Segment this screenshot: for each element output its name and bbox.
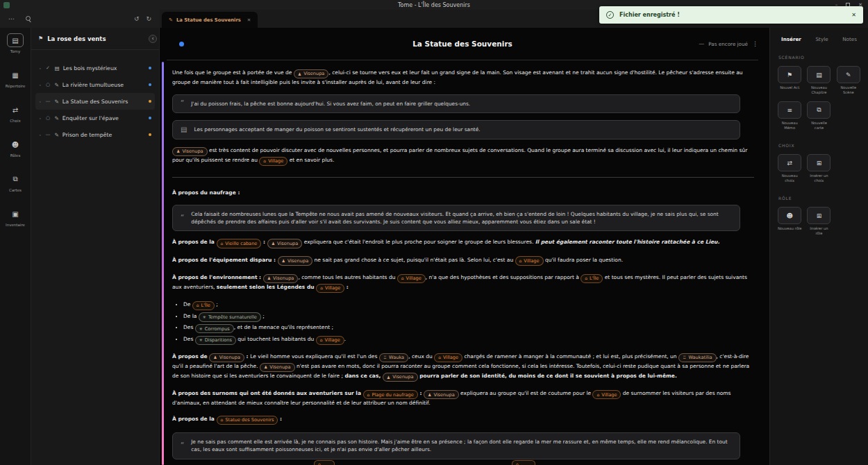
location-chip[interactable]: ⌂Village	[259, 157, 287, 166]
location-chip[interactable]: ⌂Village	[316, 284, 344, 293]
character-chip[interactable]: ♟Visenupa	[209, 353, 244, 362]
list-item[interactable]: •—✎Prison de tempête	[35, 126, 155, 143]
location-chip[interactable]: ⌂Village	[515, 256, 544, 265]
document-tab[interactable]: ✎ La Statue des Souvenirs ✕	[162, 12, 258, 28]
faction-chip[interactable]: ♖Waukatilia	[678, 353, 717, 362]
chip-label: Village	[524, 257, 539, 264]
character-chip[interactable]: ♟Visenupa	[424, 390, 459, 399]
character-chip[interactable]: ♟Visenupa	[263, 274, 299, 283]
location-chip[interactable]: ⌂L'Île	[192, 301, 215, 310]
paragraph[interactable]: À propos des surnoms qui ont été donnés …	[172, 389, 754, 407]
list-item[interactable]: •—✎La Statue des Souvenirs	[35, 93, 155, 110]
rail-item-label: Tomy	[10, 49, 20, 53]
panel-button[interactable]: ⊞Insérer un rôle	[806, 207, 831, 236]
location-chip[interactable]: ⌂Village	[316, 336, 344, 345]
text-run: chargés de ramener à manger à la communa…	[462, 353, 678, 360]
text-run: , ceux du	[408, 353, 434, 360]
color-dot	[149, 117, 151, 119]
legend-chip[interactable]: ✳Corrompus	[195, 324, 234, 333]
paragraph[interactable]: À propos de la ⌂Vieille cabane : ♟Visenu…	[172, 238, 754, 248]
list-item[interactable]: •○✎La rivière tumultueuse	[35, 76, 155, 93]
person-icon: ♟	[272, 242, 275, 246]
shuffle-icon: ⇄	[778, 154, 801, 171]
menu-dots-icon[interactable]: ⋯	[8, 16, 15, 22]
location-chip[interactable]: ⌂Statue des Souvenirs	[217, 416, 278, 425]
portrait-icon: ▦	[7, 68, 24, 82]
undo-icon[interactable]: ↺	[134, 16, 140, 22]
panel-button[interactable]: ⧉Nouvelle carte	[806, 101, 831, 130]
quote-block[interactable]: “Je ne sais pas comment elle est arrivée…	[172, 432, 740, 459]
document-scroll-area[interactable]: Une fois que le groupe est à portée de v…	[160, 60, 769, 465]
location-chip[interactable]: ⌂Village	[397, 274, 426, 283]
text-run: À propos de la	[172, 239, 217, 245]
kebab-menu-icon[interactable]: ⋮	[752, 40, 758, 47]
rail-item-cartes[interactable]: ⧉Cartes	[0, 172, 31, 192]
paragraph[interactable]: À propos de la ⌂Statue des Souvenirs :	[172, 415, 754, 425]
rail-item-inventaire[interactable]: ▣Inventaire	[0, 207, 31, 227]
character-chip[interactable]: ♟Visenupa	[172, 147, 208, 156]
quote-text: J'ai du poisson frais, la pêche est bonn…	[191, 100, 470, 108]
paragraph[interactable]: À propos de ♟Visenupa : Le vieil homme v…	[172, 353, 754, 382]
location-chip[interactable]: ⌂	[314, 460, 335, 465]
toast-close-icon[interactable]: ✕	[851, 12, 856, 18]
rail-item-label: Répertoire	[6, 84, 26, 88]
location-icon: ⌂	[318, 462, 321, 465]
list-item[interactable]: •✓▤Les bois mystérieux	[35, 60, 155, 76]
rail-item-roles[interactable]: ☻Rôles	[0, 137, 31, 158]
panel-button[interactable]: ✎Nouvelle Scène	[836, 66, 861, 95]
panel-button[interactable]: ≡Nouveau Mémo	[777, 101, 802, 130]
quote-block[interactable]: “J'ai du poisson frais, la pêche est bon…	[172, 94, 740, 113]
panel-button[interactable]: ⊞Insérer un choix	[806, 154, 831, 183]
location-chip[interactable]: ⌂Village	[592, 390, 621, 399]
play-status-label: Pas encore joué	[708, 41, 748, 47]
panel-tab-0[interactable]: Insérer	[781, 36, 801, 42]
character-chip[interactable]: ♟Visenupa	[383, 373, 418, 382]
paragraph[interactable]: À propos du naufrage :	[172, 189, 754, 197]
location-chip[interactable]: ⌂Vieille cabane	[217, 239, 262, 248]
panel-tab-1[interactable]: Style	[816, 36, 828, 42]
paragraph[interactable]: ♟Visenupa est très content de pouvoir di…	[172, 146, 754, 166]
character-chip[interactable]: ♟Visenupa	[278, 256, 313, 265]
tab-close-icon[interactable]: ✕	[247, 17, 251, 23]
location-chip[interactable]: ⌂L'Île	[581, 274, 603, 283]
panel-button-label: Nouveau Chapitre	[806, 85, 831, 95]
text-run: Le vieil homme vous expliquera qu'il est…	[250, 353, 378, 360]
panel-button[interactable]: ☻Nouveau rôle	[777, 207, 802, 236]
location-icon: ⌂	[320, 338, 323, 342]
paragraph[interactable]: À propos de l'équipement disparu : ♟Vise…	[172, 256, 754, 266]
paragraph[interactable]: À propos de l'environnement : ♟Visenupa,…	[172, 273, 754, 293]
collapse-panel-button[interactable]: ‹	[149, 35, 157, 43]
panel-button[interactable]: ⇄Nouveau choix	[777, 154, 802, 183]
rail-item-repertoire[interactable]: ▦Répertoire	[0, 68, 31, 88]
chip-label: Plage du naufrage	[372, 391, 413, 398]
person-icon: ♟	[213, 355, 217, 360]
list-item[interactable]: •○✎Enquêter sur l'épave	[35, 110, 155, 126]
location-chip[interactable]: ⌂	[512, 460, 535, 465]
rail-item-choix[interactable]: ⇄Choix	[0, 103, 31, 123]
text-run: Il peut également raconter toute l'histo…	[535, 239, 720, 245]
character-chip[interactable]: ♟Visenupa	[260, 363, 295, 372]
character-chip[interactable]: ♟Visenupa	[267, 239, 303, 248]
quote-block[interactable]: “Cela faisait de nombreuses lunes que la…	[172, 205, 740, 232]
legend-chip[interactable]: ✳Disparitions	[195, 336, 236, 345]
project-header: ⚑ La rose des vents	[31, 28, 159, 50]
redo-icon[interactable]: ↻	[146, 16, 151, 22]
panel-tab-2[interactable]: Notes	[842, 36, 857, 42]
location-chip[interactable]: ⌂Village	[434, 353, 462, 362]
character-chip[interactable]: ♟Visenupa	[294, 69, 329, 78]
content-divider	[172, 177, 754, 178]
search-icon[interactable]	[26, 16, 32, 22]
quote-block[interactable]: ▤Les personnages acceptant de manger du …	[172, 120, 740, 139]
panel-button[interactable]: ▤Nouveau Chapitre	[806, 66, 831, 95]
quote-icon: “	[181, 216, 184, 220]
faction-chip[interactable]: ♖Wauka	[379, 353, 408, 362]
rail-item-tomy[interactable]: ▤Tomy	[0, 33, 31, 53]
location-chip[interactable]: ⌂Plage du naufrage	[363, 390, 418, 399]
panel-button[interactable]: ⚑Nouvel Act	[777, 66, 802, 95]
text-run: À propos de	[172, 353, 209, 360]
location-icon: ⌂	[519, 259, 522, 263]
document-body[interactable]: Une fois que le groupe est à portée de v…	[160, 60, 769, 465]
chip-label: Visenupa	[287, 257, 308, 264]
legend-chip[interactable]: ✳Tempête surnaturelle	[199, 312, 261, 321]
paragraph[interactable]: Une fois que le groupe est à portée de v…	[172, 69, 754, 87]
